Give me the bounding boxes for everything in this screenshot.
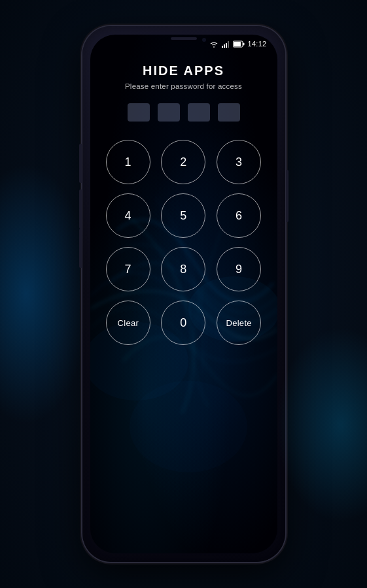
keypad-grid: 1 2 3 4 5 6 7 8 9 Clear 0 Delete	[105, 140, 262, 345]
password-dot-4	[218, 103, 240, 122]
speaker-grill	[171, 37, 197, 40]
key-5[interactable]: 5	[161, 193, 205, 238]
screen-content: HIDE APPS Please enter password for acce…	[90, 50, 277, 553]
key-0[interactable]: 0	[161, 301, 205, 345]
key-6[interactable]: 6	[217, 193, 261, 238]
app-title: HIDE APPS	[143, 63, 224, 78]
svg-rect-4	[224, 44, 225, 48]
clear-button[interactable]: Clear	[106, 301, 150, 345]
svg-rect-9	[243, 42, 245, 45]
signal-icon	[221, 41, 230, 48]
key-2[interactable]: 2	[161, 140, 205, 184]
key-7[interactable]: 7	[106, 247, 150, 291]
wifi-icon	[209, 41, 218, 48]
key-8[interactable]: 8	[161, 247, 205, 291]
password-dot-3	[188, 103, 210, 122]
app-subtitle: Please enter password for access	[125, 82, 242, 90]
key-9[interactable]: 9	[217, 247, 261, 291]
svg-rect-3	[222, 46, 223, 48]
password-dot-2	[158, 103, 180, 122]
key-3[interactable]: 3	[217, 140, 261, 184]
status-time: 14:12	[247, 40, 266, 48]
password-dots-row	[128, 103, 240, 122]
phone-screen: 14:12 HIDE APPS Please enter password fo…	[90, 35, 277, 553]
svg-rect-8	[234, 42, 241, 46]
key-1[interactable]: 1	[106, 140, 150, 184]
battery-icon	[233, 41, 245, 48]
phone-device: 14:12 HIDE APPS Please enter password fo…	[82, 26, 285, 562]
password-dot-1	[128, 103, 150, 122]
front-camera	[202, 38, 206, 42]
key-4[interactable]: 4	[106, 193, 150, 238]
svg-rect-6	[228, 41, 229, 48]
svg-rect-5	[226, 43, 227, 48]
delete-button[interactable]: Delete	[217, 301, 261, 345]
